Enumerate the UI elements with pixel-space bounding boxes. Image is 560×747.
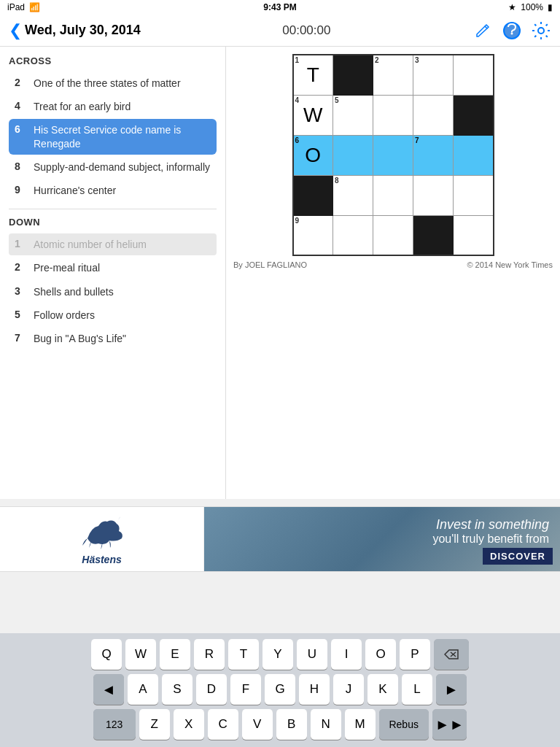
clue-number: 5	[15, 309, 29, 320]
cell-2-1[interactable]: 4 W	[293, 95, 333, 135]
clue-across-4[interactable]: 4 Treat for an early bird	[9, 96, 217, 117]
number-key[interactable]: 123	[93, 709, 136, 740]
cell-3-2[interactable]	[333, 135, 373, 175]
key-b[interactable]: B	[276, 709, 307, 740]
pencil-button[interactable]	[472, 20, 493, 41]
grid-row-3: 6 O 7	[293, 135, 494, 175]
nav-actions	[472, 20, 551, 41]
clue-text: Treat for an early bird	[34, 100, 131, 113]
ad-cta[interactable]: DISCOVER	[483, 548, 553, 565]
clue-down-2[interactable]: 2 Pre-meal ritual	[9, 257, 217, 279]
bluetooth-icon: ★	[508, 2, 516, 12]
ad-tagline2: you'll truly benefit from	[432, 533, 549, 546]
key-y[interactable]: Y	[262, 639, 293, 670]
cell-2-4[interactable]	[413, 95, 454, 135]
ad-banner[interactable]: Hästens Invest in something you'll truly…	[0, 506, 560, 572]
key-e[interactable]: E	[160, 639, 190, 670]
clue-number: 6	[15, 123, 29, 135]
grid-row-2: 4 W 5	[293, 95, 494, 135]
key-f[interactable]: F	[230, 674, 261, 705]
svg-point-4	[538, 28, 544, 34]
clue-number: 9	[15, 184, 29, 196]
key-s[interactable]: S	[162, 674, 192, 705]
key-n[interactable]: N	[311, 709, 341, 740]
delete-key[interactable]	[434, 639, 469, 670]
grid-row-4: 8	[293, 175, 494, 215]
clue-text: Shells and bullets	[34, 285, 114, 298]
cell-1-3[interactable]: 2	[373, 55, 413, 95]
cell-1-4[interactable]: 3	[413, 55, 454, 95]
clue-down-1[interactable]: 1 Atomic number of helium	[9, 233, 217, 255]
clue-down-7[interactable]: 7 Bug in "A Bug's Life"	[9, 328, 217, 349]
nav-back[interactable]: ❮ Wed, July 30, 2014	[9, 21, 141, 40]
settings-button[interactable]	[531, 20, 551, 41]
cell-2-5	[454, 95, 494, 135]
cell-1-1[interactable]: 1 T	[293, 55, 333, 95]
cell-2-2[interactable]: 5	[333, 95, 373, 135]
cell-5-1[interactable]: 9	[293, 215, 333, 255]
clue-number: 2	[15, 261, 29, 273]
key-p[interactable]: P	[400, 639, 430, 670]
cell-5-5[interactable]	[454, 215, 494, 255]
cell-1-5[interactable]	[454, 55, 494, 95]
clue-text: Hurricane's center	[34, 184, 116, 197]
cell-2-3[interactable]	[373, 95, 413, 135]
nav-bar: ❮ Wed, July 30, 2014 00:00:00	[0, 15, 560, 47]
cell-4-4[interactable]	[413, 175, 454, 215]
cell-5-2[interactable]	[333, 215, 373, 255]
key-l[interactable]: L	[402, 674, 432, 705]
clue-number: 1	[15, 238, 29, 249]
clue-down-5[interactable]: 5 Follow orders	[9, 304, 217, 326]
key-o[interactable]: O	[365, 639, 396, 670]
cell-3-5[interactable]	[454, 135, 494, 175]
clue-text: Bug in "A Bug's Life"	[34, 332, 126, 345]
cell-3-1[interactable]: 6 O	[293, 135, 333, 175]
clue-across-6[interactable]: 6 His Secret Service code name is Renega…	[9, 119, 217, 154]
key-m[interactable]: M	[345, 709, 376, 740]
clue-down-3[interactable]: 3 Shells and bullets	[9, 281, 217, 303]
prev-clue-key[interactable]: ◄	[93, 674, 124, 705]
key-q[interactable]: Q	[91, 639, 122, 670]
clue-across-2[interactable]: 2 One of the three states of matter	[9, 72, 217, 94]
key-w[interactable]: W	[125, 639, 156, 670]
clue-text: His Secret Service code name is Renegade	[34, 123, 211, 150]
key-d[interactable]: D	[196, 674, 227, 705]
key-u[interactable]: U	[297, 639, 327, 670]
ad-left: Hästens	[0, 506, 204, 572]
clue-across-8[interactable]: 8 Supply-and-demand subject, informally	[9, 156, 217, 178]
key-v[interactable]: V	[242, 709, 273, 740]
nav-timer: 00:00:00	[282, 23, 330, 38]
cell-1-2	[333, 55, 373, 95]
cell-3-3[interactable]	[373, 135, 413, 175]
cell-4-5[interactable]	[454, 175, 494, 215]
next-right-key[interactable]: ►►	[432, 709, 467, 740]
rebus-key[interactable]: Rebus	[379, 709, 429, 740]
key-x[interactable]: X	[174, 709, 204, 740]
help-button[interactable]	[502, 20, 522, 41]
next-clue-key[interactable]: ►	[436, 674, 467, 705]
status-right: ★ 100% ▮	[508, 2, 553, 12]
key-a[interactable]: A	[128, 674, 158, 705]
down-title: DOWN	[9, 217, 217, 228]
clue-text: Supply-and-demand subject, informally	[34, 160, 210, 174]
grid-row-1: 1 T 2 3	[293, 55, 494, 95]
clue-number: 8	[15, 160, 29, 172]
key-r[interactable]: R	[194, 639, 225, 670]
crossword-grid[interactable]: 1 T 2 3 4 W	[292, 54, 494, 256]
key-g[interactable]: G	[265, 674, 295, 705]
cell-4-2[interactable]: 8	[333, 175, 373, 215]
grid-area: 1 T 2 3 4 W	[226, 47, 560, 499]
key-k[interactable]: K	[368, 674, 398, 705]
cell-4-3[interactable]	[373, 175, 413, 215]
back-chevron-icon: ❮	[9, 21, 22, 40]
key-z[interactable]: Z	[139, 709, 170, 740]
key-c[interactable]: C	[208, 709, 238, 740]
key-t[interactable]: T	[228, 639, 259, 670]
key-h[interactable]: H	[299, 674, 330, 705]
clue-text: Atomic number of helium	[34, 238, 147, 251]
cell-5-3[interactable]	[373, 215, 413, 255]
clue-across-9[interactable]: 9 Hurricane's center	[9, 179, 217, 201]
cell-3-4[interactable]: 7	[413, 135, 454, 175]
key-i[interactable]: I	[331, 639, 362, 670]
key-j[interactable]: J	[333, 674, 364, 705]
